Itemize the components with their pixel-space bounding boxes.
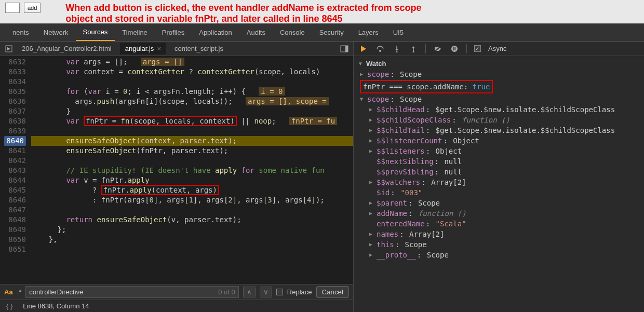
tab-profiles[interactable]: Profiles bbox=[155, 24, 192, 40]
svg-rect-16 bbox=[455, 47, 456, 50]
step-into-icon[interactable] bbox=[392, 44, 401, 53]
cursor-position: Line 8638, Column 14 bbox=[23, 302, 89, 310]
page-header: add When add button is clicked, the even… bbox=[0, 0, 644, 23]
tab-console[interactable]: Console bbox=[273, 24, 312, 40]
match-case-icon[interactable]: Aa bbox=[4, 288, 13, 296]
search-prev-icon[interactable]: ∧ bbox=[243, 287, 256, 297]
tab-application[interactable]: Application bbox=[192, 24, 239, 40]
code-editor[interactable]: 8632863386348635863686378638863986408641… bbox=[0, 56, 353, 284]
tab-security[interactable]: Security bbox=[312, 24, 351, 40]
file-navigator-icon[interactable] bbox=[4, 44, 14, 53]
file-tab-content-script[interactable]: content_script.js bbox=[169, 43, 229, 55]
watch-section: ▼Watch ▶scope: ScopefnPtr === scope.addN… bbox=[354, 56, 644, 262]
watch-row[interactable]: ▶scope: Scope bbox=[360, 69, 640, 79]
code-lines: var args = []; args = [] var context = c… bbox=[31, 56, 353, 284]
braces-icon[interactable]: { } bbox=[6, 302, 12, 310]
search-bar: Aa .* controllerDirective 0 of 0 ∧ ∨ Rep… bbox=[0, 284, 353, 300]
search-next-icon[interactable]: ∨ bbox=[260, 287, 272, 297]
tab-network[interactable]: Network bbox=[36, 24, 76, 40]
tab-sources[interactable]: Sources bbox=[76, 24, 115, 41]
svg-point-14 bbox=[451, 46, 458, 52]
watch-row[interactable]: $$prevSibling: null bbox=[360, 167, 640, 177]
watch-row[interactable]: $id: "003" bbox=[360, 187, 640, 198]
name-input[interactable] bbox=[5, 3, 20, 13]
file-tab-html[interactable]: 206_Angular_Controller2.html bbox=[17, 43, 117, 55]
tab-timeline[interactable]: Timeline bbox=[115, 24, 155, 40]
watch-row[interactable]: ▶this: Scope bbox=[360, 239, 640, 250]
watch-row[interactable]: ▶__proto__: Scope bbox=[360, 250, 640, 260]
step-over-icon[interactable] bbox=[375, 44, 385, 53]
watch-row[interactable]: ▶$parent: Scope bbox=[360, 198, 640, 208]
watch-row[interactable]: $$nextSibling: null bbox=[360, 156, 640, 167]
replace-checkbox[interactable] bbox=[276, 289, 283, 295]
regex-icon[interactable]: .* bbox=[17, 288, 22, 296]
debug-toolbar: Async bbox=[354, 42, 644, 56]
tab-ui5[interactable]: UI5 bbox=[386, 24, 411, 40]
async-label: Async bbox=[488, 45, 506, 52]
async-checkbox[interactable] bbox=[474, 45, 481, 52]
watch-header[interactable]: ▼Watch bbox=[358, 58, 640, 69]
tab-audits[interactable]: Audits bbox=[239, 24, 273, 40]
show-navigator-icon[interactable] bbox=[340, 44, 349, 53]
source-panel: 206_Angular_Controller2.html angular.js×… bbox=[0, 42, 353, 312]
svg-rect-15 bbox=[453, 47, 454, 50]
watch-row[interactable]: ▶$$listenerCount: Object bbox=[360, 135, 640, 146]
devtools-tabs: nentsNetworkSourcesTimelineProfilesAppli… bbox=[0, 24, 644, 42]
watch-row[interactable]: ▶$$listeners: Object bbox=[360, 146, 640, 156]
step-out-icon[interactable] bbox=[409, 44, 418, 53]
cancel-button[interactable]: Cancel bbox=[316, 286, 350, 298]
svg-point-8 bbox=[396, 51, 398, 52]
annotation-text: When add button is clicked, the event ha… bbox=[65, 3, 421, 24]
file-tab-angular[interactable]: angular.js× bbox=[120, 43, 166, 55]
svg-point-11 bbox=[413, 51, 414, 52]
file-tabs: 206_Angular_Controller2.html angular.js×… bbox=[0, 42, 353, 56]
tab-nents[interactable]: nents bbox=[5, 24, 36, 40]
watch-row[interactable]: ▶$$childHead: $get.Scope.$new.isolate.$$… bbox=[360, 104, 640, 115]
svg-marker-7 bbox=[395, 49, 398, 51]
watch-row[interactable]: ▶addName: function () bbox=[360, 208, 640, 219]
resume-icon[interactable] bbox=[359, 44, 368, 53]
svg-marker-10 bbox=[412, 46, 415, 48]
watch-row[interactable]: enteredName: "Scala" bbox=[360, 219, 640, 229]
watch-row[interactable]: ▶$$watchers: Array[2] bbox=[360, 177, 640, 187]
svg-point-5 bbox=[379, 50, 381, 52]
watch-row[interactable]: ▶$$childScopeClass: function () bbox=[360, 115, 640, 125]
svg-marker-1 bbox=[7, 47, 10, 50]
watch-expression-highlighted[interactable]: fnPtr === scope.addName: true bbox=[360, 80, 493, 93]
close-icon[interactable]: × bbox=[157, 45, 161, 52]
debugger-panel: Async ▼Watch ▶scope: ScopefnPtr === scop… bbox=[353, 42, 644, 312]
status-bar: { } Line 8638, Column 14 bbox=[0, 300, 353, 312]
replace-label: Replace bbox=[287, 288, 312, 296]
search-input[interactable]: controllerDirective 0 of 0 bbox=[25, 286, 239, 298]
deactivate-breakpoints-icon[interactable] bbox=[433, 44, 442, 53]
watch-row[interactable]: ▶names: Array[2] bbox=[360, 229, 640, 239]
add-button[interactable]: add bbox=[24, 3, 41, 13]
pause-exceptions-icon[interactable] bbox=[450, 44, 459, 53]
line-gutter: 8632863386348635863686378638863986408641… bbox=[0, 56, 31, 284]
watch-row[interactable]: ▶$$childTail: $get.Scope.$new.isolate.$$… bbox=[360, 125, 640, 135]
svg-rect-3 bbox=[345, 46, 348, 52]
devtools-panel: nentsNetworkSourcesTimelineProfilesAppli… bbox=[0, 23, 644, 312]
watch-row[interactable]: ▼scope: Scope bbox=[360, 94, 640, 104]
svg-marker-4 bbox=[361, 46, 366, 52]
tab-layers[interactable]: Layers bbox=[351, 24, 386, 40]
